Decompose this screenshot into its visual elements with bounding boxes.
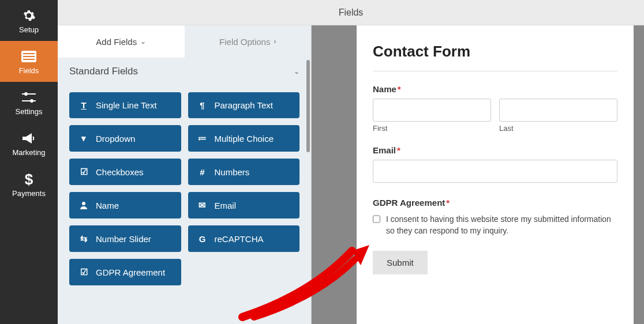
chevron-down-icon: ⌄: [140, 37, 146, 46]
gear-icon: [22, 8, 36, 23]
field-email[interactable]: ✉Email: [188, 192, 300, 218]
field-label: Dropdown: [96, 134, 135, 144]
chevron-down-icon: ⌄: [294, 67, 299, 76]
svg-point-8: [82, 202, 85, 205]
field-number-slider[interactable]: ⇆Number Slider: [69, 225, 181, 252]
svg-rect-3: [23, 59, 35, 60]
panel-gutter: [312, 25, 346, 324]
field-gdpr-agreement[interactable]: ☑GDPR Agreement: [69, 259, 181, 285]
submit-button[interactable]: Submit: [373, 251, 428, 274]
form-preview-pane: Contact Form Name* First Last: [346, 25, 644, 324]
field-multiple-choice[interactable]: ≔Multiple Choice: [188, 125, 300, 152]
email-input[interactable]: [373, 160, 617, 183]
field-name-preview[interactable]: Name* First Last: [373, 84, 617, 133]
gdpr-label: GDPR Agreement*: [373, 198, 617, 208]
field-label: Name: [96, 201, 119, 210]
first-sublabel: First: [373, 124, 491, 133]
email-label: Email*: [373, 145, 617, 155]
sliders-icon: [22, 90, 36, 105]
page-title-bar: Fields: [58, 0, 644, 25]
field-label: GDPR Agreement: [96, 268, 165, 277]
paragraph-icon: ¶: [197, 100, 208, 110]
field-name[interactable]: Name: [69, 192, 181, 218]
dropdown-icon: ▾: [78, 133, 89, 144]
last-sublabel: Last: [499, 124, 617, 133]
sidebar-item-label: Settings: [16, 107, 43, 116]
sidebar-item-setup[interactable]: Setup: [0, 0, 58, 41]
chevron-right-icon: ›: [274, 37, 276, 46]
sidebar-item-settings[interactable]: Settings: [0, 82, 58, 123]
field-email-preview[interactable]: Email*: [373, 145, 617, 183]
divider: [373, 71, 617, 71]
list-icon: [21, 49, 36, 64]
recaptcha-icon: G: [197, 234, 208, 244]
checkbox-icon: ☑: [78, 167, 89, 177]
sidebar-item-label: Payments: [12, 189, 46, 198]
field-numbers[interactable]: #Numbers: [188, 159, 300, 185]
svg-rect-6: [22, 100, 36, 101]
field-label: Multiple Choice: [215, 134, 274, 144]
tab-label: Add Fields: [96, 37, 137, 47]
text-icon: T: [78, 100, 89, 110]
sidebar-item-label: Setup: [19, 25, 39, 34]
form-title: Contact Form: [373, 43, 617, 61]
svg-point-5: [24, 92, 28, 96]
app-sidebar: Setup Fields Settings Marketing $ Paymen…: [0, 0, 58, 324]
field-gdpr-preview[interactable]: GDPR Agreement* I consent to having this…: [373, 198, 617, 237]
last-name-input[interactable]: [499, 99, 617, 122]
sidebar-item-fields[interactable]: Fields: [0, 41, 58, 82]
section-standard-fields[interactable]: Standard Fields ⌄: [58, 58, 311, 85]
sidebar-item-label: Marketing: [12, 148, 45, 157]
field-recaptcha[interactable]: GreCAPTCHA: [188, 225, 300, 252]
field-dropdown[interactable]: ▾Dropdown: [69, 125, 181, 152]
hash-icon: #: [197, 167, 208, 177]
page-title: Fields: [339, 7, 364, 18]
consent-text: I consent to having this website store m…: [386, 213, 617, 237]
list-icon: ≔: [197, 133, 208, 144]
sidebar-item-marketing[interactable]: Marketing: [0, 123, 58, 164]
consent-checkbox[interactable]: [373, 214, 380, 224]
required-asterisk: *: [398, 84, 401, 94]
svg-rect-1: [23, 53, 35, 54]
slider-icon: ⇆: [78, 233, 89, 244]
svg-rect-4: [22, 93, 36, 95]
form-preview: Contact Form Name* First Last: [357, 25, 634, 324]
field-single-line-text[interactable]: TSingle Line Text: [69, 92, 181, 118]
svg-point-7: [30, 99, 33, 103]
field-label: Checkboxes: [96, 167, 144, 177]
first-name-input[interactable]: [373, 99, 491, 122]
svg-rect-2: [23, 56, 35, 57]
tab-label: Field Options: [219, 37, 270, 47]
sidebar-item-label: Fields: [19, 66, 39, 75]
field-label: Email: [215, 201, 237, 210]
field-label: reCAPTCHA: [215, 234, 264, 244]
checkbox-icon: ☑: [78, 267, 89, 277]
scrollbar-thumb[interactable]: [306, 60, 310, 152]
field-label: Single Line Text: [96, 100, 157, 110]
field-label: Paragraph Text: [215, 100, 273, 110]
name-label: Name*: [373, 84, 617, 94]
field-label: Number Slider: [96, 234, 151, 244]
field-paragraph-text[interactable]: ¶Paragraph Text: [188, 92, 300, 118]
envelope-icon: ✉: [197, 200, 208, 210]
field-checkboxes[interactable]: ☑Checkboxes: [69, 159, 181, 185]
required-asterisk: *: [446, 198, 450, 208]
sidebar-item-payments[interactable]: $ Payments: [0, 164, 58, 205]
field-label: Numbers: [215, 167, 250, 177]
tab-add-fields[interactable]: Add Fields ⌄: [58, 25, 185, 58]
megaphone-icon: [21, 131, 36, 146]
tab-field-options[interactable]: Field Options ›: [185, 25, 312, 58]
required-asterisk: *: [397, 145, 400, 155]
fields-panel: Add Fields ⌄ Field Options › Standard Fi…: [58, 25, 312, 324]
user-icon: [78, 201, 89, 209]
section-title: Standard Fields: [69, 66, 138, 77]
dollar-icon: $: [25, 172, 33, 187]
